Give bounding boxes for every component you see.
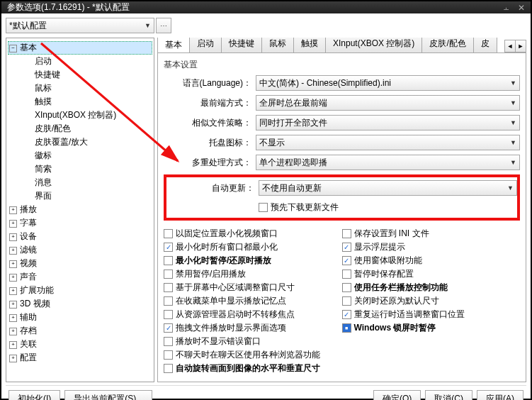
tab[interactable]: 皮肤/配色 bbox=[421, 38, 473, 52]
tree-item[interactable]: 徽标 bbox=[21, 149, 152, 162]
option-checkbox[interactable]: 暂停时保存配置 bbox=[342, 268, 521, 280]
autoupdate-combo[interactable]: 不使用自动更新▼ bbox=[259, 180, 517, 196]
tree-item[interactable]: 播放 bbox=[8, 203, 152, 216]
multi-combo[interactable]: 单个进程即选即播▼ bbox=[256, 155, 520, 170]
option-checkbox[interactable]: 以固定位置最小化视频窗口 bbox=[164, 228, 342, 240]
tab[interactable]: XInput(XBOX 控制器) bbox=[325, 38, 422, 52]
tab[interactable]: 基本 bbox=[157, 38, 190, 53]
similar-combo[interactable]: 同时打开全部文件▼ bbox=[256, 115, 520, 130]
checkbox-icon bbox=[342, 229, 351, 238]
tree-item[interactable]: 配置 bbox=[8, 351, 152, 365]
option-checkbox[interactable]: 禁用暂停/启用播放 bbox=[164, 268, 342, 280]
tab[interactable]: 鼠标 bbox=[261, 38, 294, 52]
pin-icon[interactable]: ⫠ bbox=[502, 3, 511, 13]
checkbox-icon bbox=[342, 323, 351, 333]
checkbox-icon bbox=[259, 203, 268, 212]
checkbox-icon bbox=[164, 350, 173, 360]
init-button[interactable]: 初始化(I) bbox=[9, 390, 60, 400]
option-checkbox[interactable]: 自动旋转画面到图像的水平和垂直尺寸 bbox=[164, 362, 342, 374]
config-combo[interactable]: *默认配置 ▼ bbox=[6, 18, 154, 33]
group-title: 基本设置 bbox=[164, 59, 520, 71]
config-menu-button[interactable]: ⋯ bbox=[156, 18, 171, 33]
language-label: 语言(Language)： bbox=[164, 77, 251, 89]
close-icon[interactable]: ✕ bbox=[518, 3, 525, 13]
option-checkbox[interactable]: 关闭时还原为默认尺寸 bbox=[342, 295, 521, 307]
tab-scroll-left[interactable]: ◄ bbox=[504, 40, 516, 52]
checkbox-icon bbox=[164, 243, 173, 252]
option-checkbox[interactable]: 拖拽文件播放时显示界面选项 bbox=[164, 322, 342, 334]
tree-item-basic[interactable]: 基本 bbox=[8, 41, 152, 55]
checkbox-icon bbox=[164, 296, 173, 306]
similar-label: 相似文件策略： bbox=[164, 117, 251, 129]
tree-item[interactable]: 设备 bbox=[8, 230, 152, 243]
tab[interactable]: 启动 bbox=[189, 38, 222, 52]
option-checkbox[interactable]: 显示浮层提示 bbox=[342, 241, 521, 253]
option-checkbox[interactable]: 基于屏幕中心区域调整窗口尺寸 bbox=[164, 282, 342, 294]
titlebar: 参数选项(1.7.16291) - *默认配置 ⫠ ✕ bbox=[1, 1, 531, 13]
option-checkbox[interactable]: 重复运行时适当调整窗口位置 bbox=[342, 309, 521, 321]
option-checkbox[interactable]: 不聊天时在聊天区使用各种浏览器功能 bbox=[164, 349, 342, 361]
tab-scroll-right[interactable]: ► bbox=[515, 40, 526, 52]
option-checkbox[interactable]: 最小化时所有窗口都最小化 bbox=[164, 241, 342, 253]
checkbox-icon bbox=[164, 283, 173, 292]
tree-item[interactable]: 视频 bbox=[8, 257, 152, 270]
tray-combo[interactable]: 不显示▼ bbox=[256, 135, 520, 150]
checkbox-icon bbox=[164, 229, 173, 238]
autoupdate-label: 自动更新： bbox=[166, 182, 254, 194]
tree-item[interactable]: 简索 bbox=[21, 162, 152, 176]
tree-item[interactable]: 触摸 bbox=[21, 95, 152, 109]
tab[interactable]: 皮 bbox=[473, 38, 497, 52]
tree-item[interactable]: 鼠标 bbox=[21, 82, 152, 95]
option-checkbox[interactable]: 使用窗体吸附功能 bbox=[342, 255, 521, 267]
option-checkbox[interactable]: 保存设置到 INI 文件 bbox=[342, 228, 521, 240]
tree-item[interactable]: 消息 bbox=[21, 176, 152, 189]
checkbox-icon bbox=[342, 243, 351, 252]
chevron-down-icon: ▼ bbox=[510, 79, 516, 87]
option-checkbox[interactable]: 使用任务栏播放控制功能 bbox=[342, 282, 521, 294]
tree-item[interactable]: 存档 bbox=[8, 324, 152, 338]
window-title: 参数选项(1.7.16291) - *默认配置 bbox=[7, 1, 130, 13]
checkbox-icon bbox=[164, 256, 173, 265]
option-checkbox[interactable]: 在收藏菜单中显示播放记忆点 bbox=[164, 295, 342, 307]
export-button[interactable]: 导出当前配置(S)... bbox=[64, 390, 152, 400]
tree-item[interactable]: 皮肤/配色 bbox=[21, 122, 152, 135]
multi-label: 多重处理方式： bbox=[164, 157, 251, 169]
tree-item[interactable]: XInput(XBOX 控制器) bbox=[21, 109, 152, 122]
option-checkbox[interactable]: 从资源管理器启动时不转移焦点 bbox=[164, 309, 342, 321]
tab[interactable]: 快捷键 bbox=[221, 38, 262, 52]
chevron-down-icon: ▼ bbox=[145, 22, 151, 29]
chevron-down-icon: ▼ bbox=[510, 99, 516, 106]
tree-item[interactable]: 快捷键 bbox=[21, 68, 152, 82]
tree-item[interactable]: 关联 bbox=[8, 338, 152, 351]
tree-item[interactable]: 扩展功能 bbox=[8, 284, 152, 297]
checkbox-icon bbox=[342, 256, 351, 265]
checkbox-icon bbox=[164, 337, 173, 346]
option-checkbox[interactable]: 播放时不显示错误窗口 bbox=[164, 335, 342, 348]
tree-item[interactable]: 字幕 bbox=[8, 216, 152, 230]
tree-item[interactable]: 启动 bbox=[21, 55, 152, 68]
tree-item[interactable]: 界面 bbox=[21, 189, 152, 203]
nav-tree[interactable]: 基本 启动快捷键鼠标触摸XInput(XBOX 控制器)皮肤/配色皮肤覆盖/放大… bbox=[6, 38, 154, 382]
ok-button[interactable]: 确定(O) bbox=[373, 390, 421, 400]
tree-item[interactable]: 声音 bbox=[8, 270, 152, 284]
chevron-down-icon: ▼ bbox=[510, 159, 516, 166]
tray-label: 托盘图标： bbox=[164, 137, 251, 149]
option-checkbox[interactable]: 最小化时暂停/还原时播放 bbox=[164, 255, 342, 267]
checkbox-icon bbox=[342, 296, 351, 306]
apply-button[interactable]: 应用(A) bbox=[477, 390, 523, 400]
option-checkbox[interactable]: Windows 锁屏时暂停 bbox=[342, 322, 521, 334]
tree-item[interactable]: 3D 视频 bbox=[8, 297, 152, 311]
chevron-down-icon: ▼ bbox=[510, 119, 516, 126]
foreground-combo[interactable]: 全屏时总在最前端▼ bbox=[256, 95, 520, 111]
chevron-down-icon: ▼ bbox=[507, 184, 514, 191]
tree-item[interactable]: 滤镜 bbox=[8, 243, 152, 257]
predownload-checkbox[interactable]: 预先下载更新文件 bbox=[259, 201, 339, 213]
tree-item[interactable]: 皮肤覆盖/放大 bbox=[21, 135, 152, 149]
tree-item[interactable]: 辅助 bbox=[8, 311, 152, 324]
settings-panel: 基本设置 语言(Language)： 中文(简体) - Chinese(Simp… bbox=[157, 53, 526, 382]
checkbox-icon bbox=[342, 270, 351, 279]
language-combo[interactable]: 中文(简体) - Chinese(Simplified).ini▼ bbox=[256, 75, 520, 91]
checkbox-icon bbox=[342, 310, 351, 319]
tab[interactable]: 触摸 bbox=[293, 38, 326, 52]
cancel-button[interactable]: 取消(C) bbox=[425, 390, 472, 400]
